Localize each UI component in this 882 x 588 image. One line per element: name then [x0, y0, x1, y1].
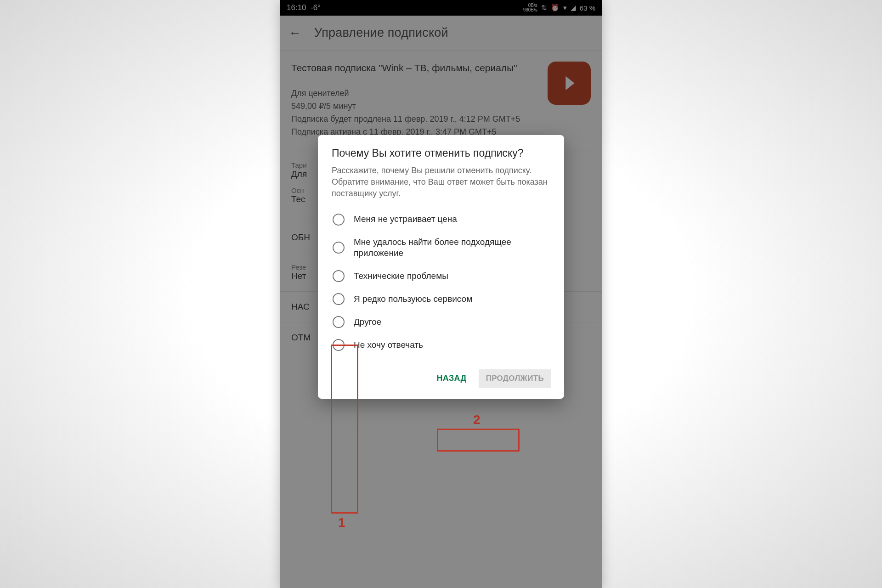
- plan-price: 549,00 ₽/5 минут: [291, 100, 591, 113]
- alarm-icon: ⏰: [551, 4, 560, 12]
- plan-name: Для ценителей: [291, 87, 591, 100]
- cancel-reason-dialog: Почему Вы хотите отменить подписку? Расс…: [318, 135, 564, 399]
- temperature: -6°: [311, 3, 321, 12]
- radio-icon: [333, 316, 345, 328]
- radio-icon: [333, 242, 345, 254]
- updown-icon: ⇅: [541, 4, 547, 12]
- status-right: 0B/s 980B/s ⇅ ⏰ ▾ ◢ 63 %: [523, 3, 595, 12]
- app-icon: [548, 62, 591, 105]
- page-title: Управление подпиской: [314, 26, 448, 40]
- option-better-app[interactable]: Мне удалось найти более подходящее прило…: [318, 231, 564, 265]
- annotation-box-2: [437, 429, 520, 452]
- chevron-right-icon: [559, 73, 580, 94]
- radio-icon: [333, 293, 345, 305]
- subscription-title: Тестовая подписка "Wink – ТВ, фильмы, се…: [291, 62, 591, 74]
- options-list: Меня не устраивает цена Мне удалось найт…: [318, 206, 564, 356]
- wifi-icon: ▾: [563, 4, 567, 12]
- annotation-number-1: 1: [338, 515, 345, 530]
- annotation-number-2: 2: [473, 413, 481, 427]
- subscription-meta: Для ценителей 549,00 ₽/5 минут Подписка …: [291, 87, 591, 139]
- phone-frame: 16:10 -6° 0B/s 980B/s ⇅ ⏰ ▾ ◢ 63 % ← Упр…: [280, 0, 602, 588]
- option-no-answer[interactable]: Не хочу отвечать: [318, 334, 564, 356]
- signal-icon: ◢: [571, 4, 576, 12]
- option-label: Меня не устраивает цена: [354, 214, 457, 225]
- radio-icon: [333, 214, 345, 226]
- clock: 16:10: [287, 3, 306, 12]
- dialog-description: Расскажите, почему Вы решили отменить по…: [318, 165, 564, 206]
- option-label: Не хочу отвечать: [354, 339, 423, 351]
- back-arrow-icon[interactable]: ←: [288, 26, 301, 40]
- status-left: 16:10 -6°: [287, 3, 321, 12]
- status-bar: 16:10 -6° 0B/s 980B/s ⇅ ⏰ ▾ ◢ 63 %: [280, 0, 602, 16]
- renew-date: Подписка будет продлена 11 февр. 2019 г.…: [291, 113, 591, 126]
- app-header: ← Управление подпиской: [280, 16, 602, 51]
- option-price[interactable]: Меня не устраивает цена: [318, 208, 564, 231]
- option-label: Мне удалось найти более подходящее прило…: [354, 237, 550, 259]
- radio-icon: [333, 270, 345, 282]
- option-rarely-use[interactable]: Я редко пользуюсь сервисом: [318, 288, 564, 311]
- option-label: Я редко пользуюсь сервисом: [354, 294, 472, 305]
- option-label: Технические проблемы: [354, 271, 448, 282]
- radio-icon: [333, 339, 345, 351]
- option-technical[interactable]: Технические проблемы: [318, 265, 564, 288]
- option-other[interactable]: Другое: [318, 311, 564, 334]
- battery-text: 63 %: [580, 4, 595, 12]
- network-speed: 0B/s 980B/s: [523, 3, 537, 12]
- continue-button[interactable]: ПРОДОЛЖИТЬ: [479, 369, 551, 388]
- dialog-actions: НАЗАД ПРОДОЛЖИТЬ: [318, 356, 564, 389]
- back-button[interactable]: НАЗАД: [436, 373, 466, 383]
- dialog-title: Почему Вы хотите отменить подписку?: [318, 147, 564, 165]
- option-label: Другое: [354, 317, 381, 328]
